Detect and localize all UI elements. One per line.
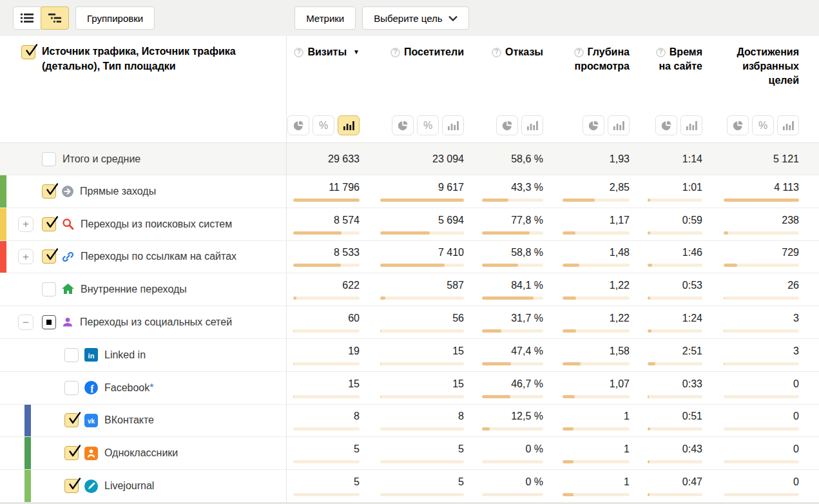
row-color-strip bbox=[24, 470, 31, 502]
tree-view-button[interactable] bbox=[41, 6, 69, 30]
pie-view-button[interactable] bbox=[496, 115, 518, 135]
metric-cell: 58,8 % bbox=[472, 241, 551, 273]
metric-value: 0 bbox=[793, 476, 799, 489]
metric-value: 58,8 % bbox=[511, 246, 543, 259]
metric-value: 238 bbox=[782, 214, 799, 227]
pie-view-button[interactable] bbox=[583, 115, 604, 135]
metric-cell: 4 113 bbox=[710, 175, 819, 208]
pie-view-button[interactable] bbox=[655, 115, 677, 135]
column-header-bounces[interactable]: ?Отказы bbox=[472, 36, 551, 142]
bar-view-button[interactable] bbox=[680, 115, 702, 135]
metric-cell: 622 bbox=[287, 273, 367, 305]
goal-select-button[interactable]: Выберите цель bbox=[362, 6, 468, 30]
metric-cell: 3 bbox=[710, 339, 819, 371]
metrics-button[interactable]: Метрики bbox=[294, 6, 356, 30]
pie-view-button[interactable] bbox=[287, 115, 309, 135]
metric-cell: 56 bbox=[367, 306, 472, 338]
row-checkbox[interactable] bbox=[64, 479, 79, 493]
row-checkbox[interactable] bbox=[42, 152, 56, 166]
row-checkbox[interactable] bbox=[64, 348, 79, 362]
dimension-header: Источник трафика, Источник трафика(детал… bbox=[0, 36, 287, 142]
row-color-strip bbox=[0, 241, 6, 273]
metric-cell: 1,17 bbox=[551, 208, 637, 240]
metric-value: 5 bbox=[354, 476, 360, 489]
row-label: Linked in bbox=[104, 349, 146, 361]
bar-view-button[interactable] bbox=[442, 115, 464, 135]
groupings-button[interactable]: Группировки bbox=[75, 6, 155, 30]
list-view-button[interactable] bbox=[13, 6, 41, 30]
metric-value: 1 bbox=[624, 410, 630, 423]
bar-view-button[interactable] bbox=[777, 115, 799, 135]
help-icon[interactable]: ? bbox=[294, 48, 304, 57]
metric-value: 5 bbox=[458, 476, 464, 489]
expand-button[interactable]: + bbox=[18, 217, 34, 232]
table-header: Источник трафика, Источник трафика(детал… bbox=[0, 36, 819, 143]
pie-view-button[interactable] bbox=[392, 115, 414, 135]
metric-value: 1,93 bbox=[610, 153, 630, 166]
metric-bar bbox=[380, 296, 464, 300]
bar-view-button[interactable] bbox=[338, 115, 360, 135]
metric-bar bbox=[724, 264, 799, 267]
direct-arrow-icon bbox=[62, 186, 73, 197]
row-label: Переходы по ссылкам на сайтах bbox=[81, 251, 236, 262]
metric-cell: 58,6 % bbox=[472, 143, 551, 175]
list-view-icon bbox=[21, 13, 34, 23]
metric-cell: 0 bbox=[710, 372, 819, 404]
metric-value: 1:46 bbox=[682, 246, 702, 259]
link-icon bbox=[62, 251, 74, 263]
table-row: Прямые заходы11 7969 61743,3 %2,851:014 … bbox=[0, 175, 819, 208]
column-header-goals[interactable]: Достиженияизбранныхцелей% bbox=[710, 36, 819, 142]
check-icon bbox=[44, 182, 60, 198]
bar-view-button[interactable] bbox=[521, 115, 543, 135]
check-icon bbox=[66, 476, 82, 492]
metric-bar bbox=[293, 493, 360, 496]
metric-cell: 3 bbox=[710, 306, 819, 338]
collapse-button[interactable]: − bbox=[18, 315, 34, 330]
expand-button[interactable]: + bbox=[18, 249, 34, 264]
column-header-visitors[interactable]: ?Посетители% bbox=[367, 36, 472, 142]
metric-cell: 43,3 % bbox=[472, 175, 551, 208]
metric-value: 7 410 bbox=[438, 246, 464, 259]
help-icon[interactable]: ? bbox=[574, 48, 584, 57]
metric-bar bbox=[293, 264, 360, 267]
metric-cell: 1:46 bbox=[637, 241, 710, 273]
help-icon[interactable]: ? bbox=[656, 48, 666, 57]
bar-view-button[interactable] bbox=[608, 115, 630, 135]
percent-view-button[interactable]: % bbox=[417, 115, 439, 135]
row-checkbox[interactable] bbox=[42, 184, 56, 199]
row-checkbox[interactable] bbox=[64, 413, 79, 427]
yandex-metrica-report: Группировки Метрики Выберите цель Источн… bbox=[0, 0, 819, 504]
bar-chart-icon bbox=[613, 121, 624, 130]
table-row: inLinked in191547,4 %1,582:513 bbox=[0, 339, 819, 372]
row-checkbox[interactable] bbox=[64, 446, 79, 460]
row-checkbox[interactable] bbox=[42, 217, 56, 231]
select-all-checkbox[interactable] bbox=[21, 45, 35, 59]
column-header-depth[interactable]: ?Глубинапросмотра bbox=[551, 36, 637, 142]
metric-bar bbox=[380, 264, 464, 267]
row-checkbox[interactable] bbox=[42, 249, 56, 264]
column-header-time[interactable]: ?Времяна сайте bbox=[637, 36, 710, 142]
search-icon bbox=[62, 218, 74, 230]
metric-bar bbox=[724, 362, 799, 365]
help-icon[interactable]: ? bbox=[390, 48, 400, 57]
row-label: Переходы из поисковых систем bbox=[81, 218, 232, 230]
help-icon[interactable]: ? bbox=[492, 48, 501, 57]
metric-bar bbox=[563, 296, 630, 300]
metric-cell: 1 bbox=[551, 405, 637, 437]
row-checkbox[interactable] bbox=[42, 282, 56, 296]
metric-cell: 5 bbox=[287, 437, 367, 469]
row-checkbox[interactable] bbox=[64, 381, 79, 395]
pie-view-button[interactable] bbox=[727, 115, 749, 135]
metric-value: 1:24 bbox=[682, 312, 702, 325]
percent-view-button[interactable]: % bbox=[752, 115, 774, 135]
metric-bar bbox=[648, 264, 702, 267]
row-checkbox[interactable] bbox=[42, 315, 56, 329]
metric-bar bbox=[380, 362, 464, 365]
metric-cell: 0:51 bbox=[637, 405, 710, 437]
column-header-visits[interactable]: ?Визиты▼% bbox=[287, 36, 367, 142]
bar-chart-icon bbox=[686, 121, 697, 130]
metric-cell: 1 bbox=[551, 470, 637, 502]
row-color-strip bbox=[24, 437, 31, 469]
percent-view-button[interactable]: % bbox=[313, 115, 334, 135]
metric-value: 5 121 bbox=[773, 153, 799, 166]
